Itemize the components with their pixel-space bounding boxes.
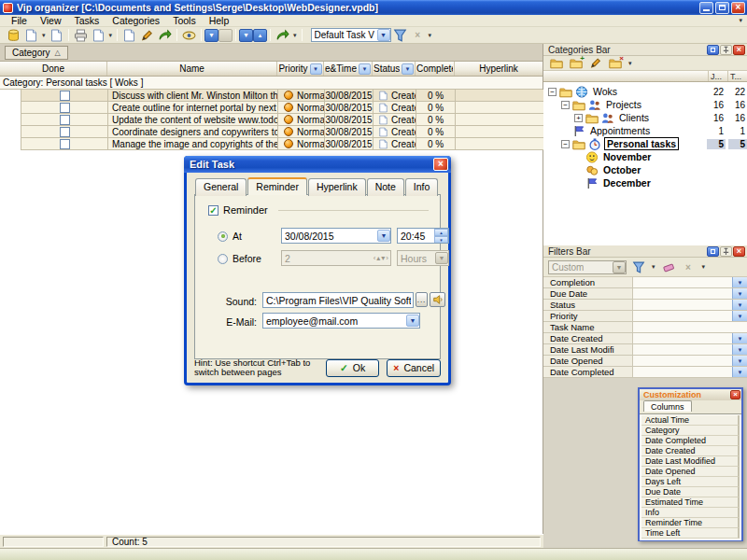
filter-row-date-opened[interactable]: Date Opened ▼ — [543, 356, 747, 367]
due-date-filter-icon[interactable]: ▼ — [359, 63, 371, 75]
reminder-checkbox[interactable]: ✓ — [208, 205, 218, 216]
group-by-category-button[interactable]: Category △ — [5, 46, 68, 60]
move-down-icon[interactable]: ▼ — [204, 29, 218, 42]
list-item[interactable]: Days Left — [641, 477, 740, 487]
share-dropdown-icon[interactable]: ▾ — [293, 32, 297, 39]
time-up-icon[interactable]: ▴ — [434, 229, 448, 236]
save-icon[interactable] — [48, 28, 65, 43]
list-item[interactable]: Date Completed — [641, 436, 740, 446]
at-radio[interactable] — [218, 231, 228, 242]
share-icon[interactable] — [274, 28, 291, 43]
menu-categories[interactable]: Categories — [106, 15, 166, 26]
new-database-icon[interactable] — [5, 28, 22, 43]
complete-task-icon[interactable] — [156, 28, 174, 43]
filter-row-date-completed[interactable]: Date Completed ▼ — [543, 367, 747, 378]
new-subcategory-icon[interactable]: + — [568, 57, 584, 70]
filter-row-date-last-modified[interactable]: Date Last Modifi ▼ — [543, 344, 747, 356]
minimize-button[interactable] — [699, 2, 713, 14]
table-row[interactable]: Update the content of website www.todoli… — [21, 114, 543, 126]
collapse-icon[interactable]: − — [548, 88, 557, 96]
apply-view-icon[interactable] — [391, 28, 409, 43]
date-last-modified-dropdown-icon[interactable]: ▼ — [732, 344, 747, 355]
menu-help[interactable]: Help — [203, 15, 236, 26]
categories-col2-header[interactable]: T... — [727, 71, 747, 81]
column-header-name[interactable]: Name — [107, 62, 277, 76]
collapse-all-icon[interactable]: ▴ — [253, 29, 267, 42]
list-item[interactable]: Estimated Time — [641, 497, 740, 508]
before-unit-dropdown-icon[interactable]: ▼ — [435, 252, 448, 264]
sound-browse-button[interactable]: ... — [416, 292, 428, 307]
filter-dropdown-icon[interactable]: ▾ — [652, 263, 655, 271]
due-date-dropdown-icon[interactable]: ▼ — [732, 288, 747, 299]
tree-item-appointments[interactable]: Appointments 11 — [543, 124, 747, 137]
restore-button[interactable] — [715, 2, 729, 14]
menu-file[interactable]: File — [5, 15, 34, 26]
customization-close-icon[interactable]: × — [730, 390, 740, 399]
filters-pin-icon[interactable] — [720, 246, 732, 257]
date-created-dropdown-icon[interactable]: ▼ — [732, 333, 747, 343]
email-combo[interactable]: employee@mail.com ▼ — [262, 313, 420, 329]
done-checkbox[interactable] — [60, 103, 70, 113]
time-down-icon[interactable]: ▾ — [434, 236, 448, 244]
filters-maximize-icon[interactable] — [707, 246, 719, 257]
categories-maximize-icon[interactable] — [707, 45, 719, 55]
dialog-close-icon[interactable]: × — [433, 158, 448, 171]
move-up-icon[interactable] — [218, 29, 233, 42]
sound-input[interactable]: C:\Program Files\VIP Quality Software\VI… — [262, 292, 414, 308]
tree-item-personal-tasks[interactable]: − Personal tasks 55 — [543, 137, 747, 150]
cancel-button[interactable]: × Cancel — [387, 359, 441, 377]
new-category-icon[interactable] — [548, 57, 564, 70]
tab-hyperlink[interactable]: Hyperlink — [308, 178, 366, 196]
menu-tools[interactable]: Tools — [166, 15, 203, 26]
done-checkbox[interactable] — [60, 127, 70, 137]
tree-item-projects[interactable]: − Projects 1616 — [543, 98, 747, 111]
table-row[interactable]: Discuss with client Mr. Winston Milton t… — [21, 90, 543, 102]
categories-pin-icon[interactable] — [720, 45, 732, 55]
clear-filter-icon[interactable] — [661, 260, 677, 273]
edit-task-icon[interactable] — [138, 28, 156, 43]
task-view-combo[interactable]: Default Task V ▼ — [311, 28, 391, 42]
tree-item-december[interactable]: December — [543, 176, 747, 189]
clear-view-icon[interactable]: × — [409, 28, 427, 43]
print-preview-icon[interactable] — [90, 28, 107, 43]
tab-columns[interactable]: Columns — [643, 400, 692, 412]
column-header-due-date[interactable]: Due Date&Time ▼ — [324, 62, 373, 76]
list-item[interactable]: Date Opened — [641, 467, 740, 477]
column-header-done[interactable]: Done — [0, 62, 107, 76]
before-radio[interactable] — [218, 254, 228, 264]
ok-button[interactable]: ✓ Ok — [326, 359, 380, 377]
apply-filter-icon[interactable] — [630, 260, 646, 273]
list-item[interactable]: Actual Time — [641, 415, 740, 426]
new-task-icon[interactable] — [120, 28, 138, 43]
priority-filter-icon[interactable]: ▼ — [310, 63, 322, 75]
menu-overflow-icon[interactable]: ▾ — [739, 17, 742, 24]
menu-tasks[interactable]: Tasks — [68, 15, 106, 26]
categories-close-icon[interactable]: × — [733, 45, 745, 55]
at-date-dropdown-icon[interactable]: ▼ — [377, 230, 390, 242]
before-value-spinner[interactable]: 2 ‹ ▴ ▾ › — [281, 250, 391, 266]
task-view-dropdown-icon[interactable]: ▼ — [377, 29, 390, 41]
status-dropdown-icon[interactable]: ▼ — [732, 300, 747, 310]
tab-note[interactable]: Note — [367, 178, 404, 196]
collapse-icon[interactable]: − — [561, 140, 570, 148]
filter-row-completion[interactable]: Completion ▼ — [543, 277, 747, 288]
list-item[interactable]: Reminder Time — [641, 518, 740, 528]
column-header-priority[interactable]: Priority ▼ — [277, 62, 324, 76]
at-date-combo[interactable]: 30/08/2015 ▼ — [281, 228, 391, 244]
table-row[interactable]: Create outline for internet portal by ne… — [21, 102, 543, 114]
filters-close-icon[interactable]: × — [733, 246, 745, 257]
list-item[interactable]: Time Left — [641, 528, 740, 539]
column-header-status[interactable]: Status ▼ — [373, 62, 416, 76]
completion-dropdown-icon[interactable]: ▼ — [732, 277, 747, 287]
expand-icon[interactable]: + — [574, 114, 583, 122]
view-task-icon[interactable] — [180, 28, 198, 43]
collapse-icon[interactable]: − — [561, 101, 570, 109]
tree-item-october[interactable]: October — [543, 163, 747, 176]
tree-item-november[interactable]: November — [543, 150, 747, 163]
filter-row-status[interactable]: Status ▼ — [543, 300, 747, 311]
list-item[interactable]: Category — [641, 426, 740, 436]
print-icon[interactable] — [72, 28, 90, 43]
list-item[interactable]: Due Date — [641, 487, 740, 497]
priority-dropdown-icon[interactable]: ▼ — [732, 311, 747, 321]
close-button[interactable]: × — [731, 2, 745, 14]
